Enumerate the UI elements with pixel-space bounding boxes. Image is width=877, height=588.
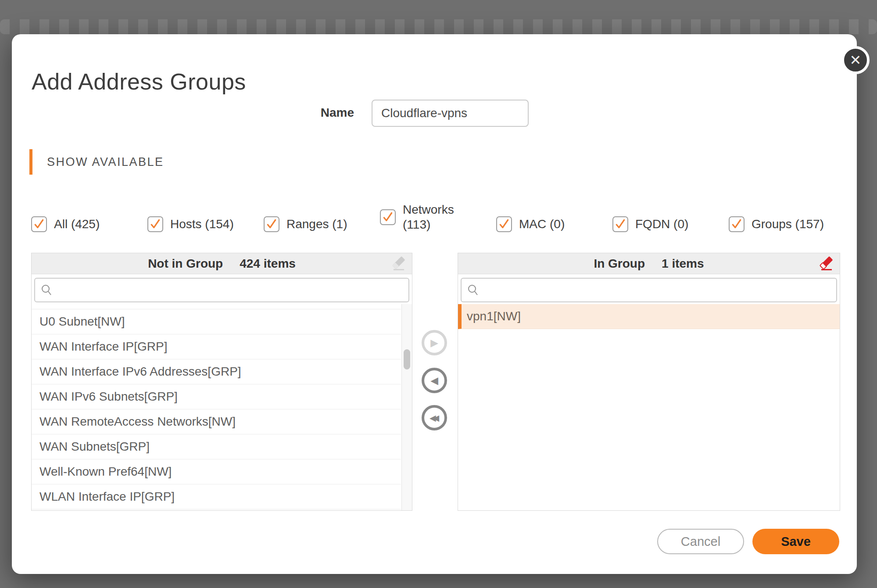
- list-item[interactable]: WAN Interface IPv6 Addresses[GRP]: [32, 359, 401, 384]
- filter-ranges[interactable]: Ranges (1): [264, 216, 380, 232]
- checkbox[interactable]: [380, 209, 396, 225]
- filter-label: MAC (0): [519, 217, 565, 232]
- search-icon: [40, 284, 53, 296]
- search-input[interactable]: [483, 279, 831, 301]
- in-group-list: vpn1[NW]: [458, 304, 840, 510]
- eraser-icon: [390, 255, 407, 273]
- checkbox[interactable]: [729, 216, 745, 232]
- in-group-search[interactable]: [461, 278, 837, 302]
- not-in-group-search[interactable]: [34, 278, 409, 302]
- checkbox[interactable]: [31, 216, 47, 232]
- scrollbar-thumb[interactable]: [404, 349, 410, 369]
- scrollbar-track[interactable]: [401, 304, 412, 510]
- filter-networks[interactable]: Networks (113): [380, 202, 496, 232]
- show-available-header: SHOW AVAILABLE: [47, 155, 164, 169]
- check-icon: [382, 212, 394, 223]
- dialog-title: Add Address Groups: [32, 68, 246, 95]
- list-item-selected[interactable]: vpn1[NW]: [458, 304, 840, 329]
- arrow-left-icon: ◀: [430, 376, 438, 386]
- check-icon: [731, 219, 742, 230]
- list-item[interactable]: WAN RemoteAccess Networks[NW]: [32, 409, 401, 434]
- filter-label: Groups (157): [752, 217, 824, 232]
- clear-selection-button[interactable]: [389, 255, 408, 273]
- panel-count: 1 items: [662, 257, 704, 271]
- filter-groups[interactable]: Groups (157): [729, 216, 845, 232]
- arrow-right-icon: ▶: [430, 338, 438, 348]
- cancel-button[interactable]: Cancel: [657, 529, 744, 554]
- filter-label: FQDN (0): [635, 217, 688, 232]
- check-icon: [266, 219, 277, 230]
- filter-label: Hosts (154): [170, 217, 234, 232]
- panel-count: 424 items: [240, 257, 296, 271]
- filter-fqdn[interactable]: FQDN (0): [612, 216, 729, 232]
- list-item[interactable]: U0 Subnet[NW]: [32, 309, 401, 334]
- list-item[interactable]: WAN Subnets[GRP]: [32, 434, 401, 459]
- list-item[interactable]: WLAN Interface IP[GRP]: [32, 484, 401, 509]
- list-item[interactable]: WAN Interface IP[GRP]: [32, 334, 401, 359]
- check-icon: [498, 219, 510, 230]
- clear-group-button[interactable]: [817, 255, 835, 273]
- save-button[interactable]: Save: [752, 529, 839, 554]
- check-icon: [150, 219, 161, 230]
- close-icon: ✕: [850, 53, 862, 67]
- double-arrow-left-icon: ◀◀: [430, 414, 439, 422]
- name-input[interactable]: [372, 100, 529, 127]
- in-group-header: In Group 1 items: [458, 253, 840, 274]
- filter-label: Networks (113): [403, 202, 462, 232]
- filter-checkbox-row: All (425) Hosts (154) Ranges (1) Network…: [31, 202, 856, 232]
- move-left-button[interactable]: ◀: [422, 368, 447, 393]
- check-icon: [33, 219, 45, 230]
- close-button[interactable]: ✕: [841, 46, 870, 74]
- move-all-left-button[interactable]: ◀◀: [422, 405, 447, 430]
- not-in-group-list: U0 Subnet[NW] WAN Interface IP[GRP] WAN …: [32, 304, 412, 510]
- filter-hosts[interactable]: Hosts (154): [147, 216, 264, 232]
- panel-title: In Group: [594, 257, 645, 271]
- checkbox[interactable]: [147, 216, 163, 232]
- filter-label: Ranges (1): [286, 217, 347, 232]
- overlay-background-pattern: [0, 19, 877, 34]
- name-label: Name: [258, 106, 354, 120]
- checkbox[interactable]: [612, 216, 628, 232]
- check-icon: [615, 219, 626, 230]
- move-right-button: ▶: [422, 330, 447, 355]
- search-icon: [467, 284, 479, 296]
- search-input[interactable]: [56, 279, 403, 301]
- filter-label: All (425): [54, 217, 100, 232]
- not-in-group-panel: Not in Group 424 items: [31, 253, 412, 511]
- add-address-groups-dialog: ✕ Add Address Groups Name SHOW AVAILABLE…: [12, 34, 857, 574]
- list-item[interactable]: Well-Known Pref64[NW]: [32, 459, 401, 484]
- eraser-red-icon: [817, 255, 835, 273]
- checkbox[interactable]: [264, 216, 279, 232]
- panel-title: Not in Group: [148, 257, 223, 271]
- not-in-group-header: Not in Group 424 items: [32, 253, 412, 274]
- filter-all[interactable]: All (425): [31, 216, 147, 232]
- list-item-partial: [32, 304, 401, 309]
- filter-mac[interactable]: MAC (0): [496, 216, 612, 232]
- checkbox[interactable]: [496, 216, 512, 232]
- list-item[interactable]: WAN IPv6 Subnets[GRP]: [32, 384, 401, 409]
- in-group-panel: In Group 1 items vpn1[NW]: [458, 253, 840, 511]
- section-accent-bar: [29, 149, 32, 175]
